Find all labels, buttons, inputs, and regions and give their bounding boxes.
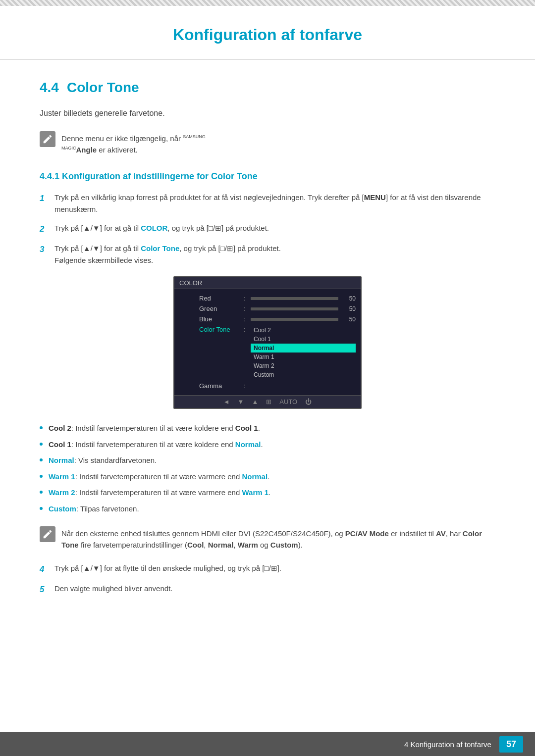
dd-item-cool1: Cool 1 (251, 335, 356, 344)
monitor-row-gamma: Gamma : (174, 381, 361, 391)
row-bar-green (251, 307, 338, 310)
step-3: 3 Tryk på [▲/▼] for at gå til Color Tone… (40, 243, 495, 266)
dd-item-custom: Custom (251, 370, 356, 379)
step-number-4: 4 (40, 562, 50, 576)
step-text-2: Tryk på [▲/▼] for at gå til COLOR, og tr… (54, 222, 495, 234)
bullet-text-normal: Normal: Vis standardfarvetonen. (49, 455, 157, 466)
bottom-icon-up: ▲ (252, 398, 258, 405)
subsection-number: 4.4.1 (40, 171, 59, 181)
top-decorative-bar (0, 0, 535, 6)
header-section: Konfiguration af tonfarve (0, 6, 535, 60)
monitor-dropdown: Cool 2 Cool 1 Normal Warm 1 Warm 2 Custo… (251, 326, 356, 379)
note-box-1: Denne menu er ikke tilgængelig, når SAMS… (40, 129, 495, 157)
section-title: Color Tone (67, 80, 139, 96)
monitor-bottom-bar: ◄ ▼ ▲ ⊞ AUTO ⏻ (174, 395, 361, 408)
subsection-title: Konfiguration af indstillingerne for Col… (62, 171, 258, 181)
note-box-2: Når den eksterne enhed tilsluttes gennem… (40, 524, 495, 553)
main-content: 4.4 Color Tone Juster billedets generell… (0, 60, 535, 646)
pencil-icon-2 (42, 529, 53, 540)
pencil-icon (42, 134, 53, 145)
footer-text: 4 Konfiguration af tonfarve (404, 740, 491, 749)
step-number-3: 3 (40, 243, 50, 256)
dd-item-normal: Normal (251, 344, 356, 353)
row-label-blue: Blue (199, 315, 244, 323)
step-text-4: Tryk på [▲/▼] for at flytte til den ønsk… (54, 562, 495, 574)
monitor-row-green: Green : 50 (174, 303, 361, 314)
steps-list-2: 4 Tryk på [▲/▼] for at flytte til den øn… (40, 562, 495, 596)
row-val-red: 50 (343, 295, 356, 302)
page-title: Konfiguration af tonfarve (40, 26, 495, 44)
dd-item-cool2: Cool 2 (251, 326, 356, 335)
bullet-cool1: Cool 1: Indstil farvetemperaturen til at… (40, 439, 495, 451)
footer-page-number: 57 (499, 736, 523, 753)
bottom-icon-auto: AUTO (279, 398, 297, 405)
bullet-cool2: Cool 2: Indstil farvetemperaturen til at… (40, 423, 495, 434)
step-number-5: 5 (40, 583, 50, 596)
bullet-dot (40, 507, 43, 510)
step-text-5: Den valgte mulighed bliver anvendt. (54, 583, 495, 595)
monitor-color-tone-row: Color Tone : Cool 2 Cool 1 Normal Warm 1… (174, 324, 361, 381)
bullet-dot (40, 475, 43, 478)
note-text-1: Denne menu er ikke tilgængelig, når SAMS… (61, 131, 206, 155)
bullet-normal: Normal: Vis standardfarvetonen. (40, 455, 495, 466)
bullet-text-warm1: Warm 1: Indstil farvetemperaturen til at… (49, 471, 269, 483)
step-number-2: 2 (40, 222, 50, 236)
step-1: 1 Tryk på en vilkårlig knap forrest på p… (40, 192, 495, 215)
section-number: 4.4 (40, 80, 59, 96)
bottom-icon-left: ◄ (223, 398, 230, 405)
dd-item-warm2: Warm 2 (251, 361, 356, 370)
bullet-dot (40, 426, 43, 429)
step-5: 5 Den valgte mulighed bliver anvendt. (40, 583, 495, 596)
section-description: Juster billedets generelle farvetone. (40, 107, 495, 119)
row-bar-red (251, 297, 338, 300)
row-label-green: Green (199, 305, 244, 312)
steps-list: 1 Tryk på en vilkårlig knap forrest på p… (40, 192, 495, 266)
monitor-rows: Red : 50 Green : 50 Blue : 50 (174, 289, 361, 395)
row-label-red: Red (199, 295, 244, 302)
note-icon-2 (40, 526, 55, 542)
note-icon-1 (40, 131, 55, 147)
bullet-text-warm2: Warm 2: Indstil farvetemperaturen til at… (49, 487, 270, 499)
monitor-title-bar: COLOR (174, 277, 361, 289)
dropdown-label: Color Tone (199, 326, 244, 333)
step-text-3: Tryk på [▲/▼] for at gå til Color Tone, … (54, 243, 495, 266)
bullet-list: Cool 2: Indstil farvetemperaturen til at… (40, 423, 495, 514)
bullet-warm2: Warm 2: Indstil farvetemperaturen til at… (40, 487, 495, 499)
step-2: 2 Tryk på [▲/▼] for at gå til COLOR, og … (40, 222, 495, 236)
monitor-row-red: Red : 50 (174, 293, 361, 303)
bottom-icon-enter: ⊞ (266, 398, 271, 405)
monitor-container: COLOR Red : 50 Green : 50 (40, 276, 495, 409)
monitor-screen: COLOR Red : 50 Green : 50 (173, 276, 362, 409)
bullet-dot (40, 443, 43, 446)
section-heading: 4.4 Color Tone (40, 80, 495, 96)
subsection-heading: 4.4.1 Konfiguration af indstillingerne f… (40, 171, 495, 182)
dd-item-warm1: Warm 1 (251, 353, 356, 361)
page-footer: 4 Konfiguration af tonfarve 57 (0, 732, 535, 756)
bottom-icon-power: ⏻ (305, 398, 312, 405)
bottom-icon-down: ▼ (238, 398, 244, 405)
row-val-blue: 50 (343, 316, 356, 323)
bullet-text-cool1: Cool 1: Indstil farvetemperaturen til at… (49, 439, 263, 451)
bullet-dot (40, 458, 43, 461)
bullet-text-custom: Custom: Tilpas farvetonen. (49, 504, 139, 515)
row-val-green: 50 (343, 305, 356, 312)
row-bar-blue (251, 318, 338, 321)
bullet-text-cool2: Cool 2: Indstil farvetemperaturen til at… (49, 423, 260, 434)
step-text-1: Tryk på en vilkårlig knap forrest på pro… (54, 192, 495, 215)
note-text-2: Når den eksterne enhed tilsluttes gennem… (61, 526, 495, 551)
bullet-warm1: Warm 1: Indstil farvetemperaturen til at… (40, 471, 495, 483)
row-label-gamma: Gamma (199, 382, 244, 390)
bullet-dot (40, 491, 43, 494)
monitor-row-blue: Blue : 50 (174, 314, 361, 324)
bullet-custom: Custom: Tilpas farvetonen. (40, 504, 495, 515)
step-4: 4 Tryk på [▲/▼] for at flytte til den øn… (40, 562, 495, 576)
step-number-1: 1 (40, 192, 50, 205)
